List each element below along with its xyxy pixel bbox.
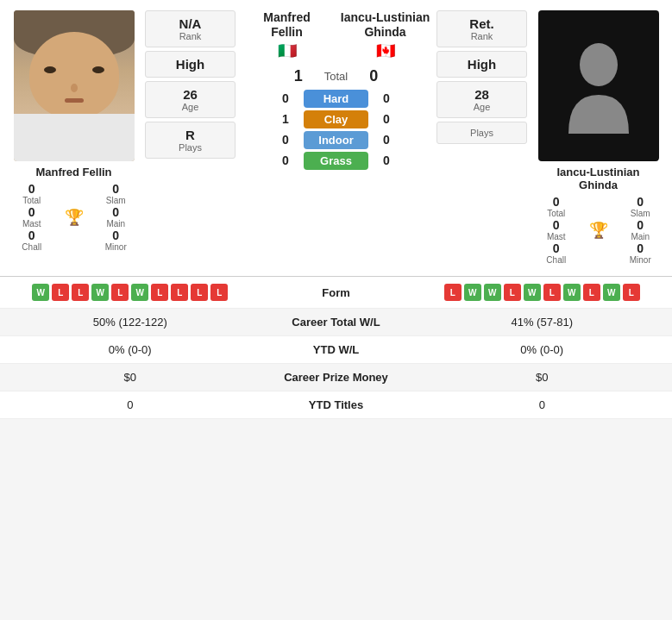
form-badge: W xyxy=(32,284,49,301)
form-badge: L xyxy=(583,284,600,301)
form-badge: W xyxy=(91,284,109,301)
player2-mast-label: Mast xyxy=(547,232,566,241)
total-score-p1: 1 xyxy=(290,67,307,85)
player2-total-label: Total xyxy=(547,209,565,218)
player2-mast-value: 0 xyxy=(553,218,560,232)
ytd-wl-row: 0% (0-0) YTD W/L 0% (0-0) xyxy=(0,336,672,364)
player1-rank-label: Rank xyxy=(149,31,231,41)
form-badge: L xyxy=(72,284,89,301)
form-badge: W xyxy=(603,284,620,301)
player2-slam-cell: 0 Slam xyxy=(616,195,666,218)
form-label: Form xyxy=(250,286,423,299)
player1-card: Manfred Fellin 0 Total 0 Slam 0 Mast 🏆 xyxy=(7,10,141,252)
player2-minor-value: 0 xyxy=(637,241,644,255)
player1-slam-cell: 0 Slam xyxy=(91,182,141,205)
player2-trophy-icon: 🏆 xyxy=(581,218,616,241)
prize-money-right: $0 xyxy=(423,371,663,384)
player1-age-value: 26 xyxy=(149,87,231,102)
player2-stats-col: Ret. Rank High 28 Age Plays xyxy=(436,10,527,144)
player2-slam-label: Slam xyxy=(631,209,650,218)
player2-chall-cell: 0 Chall xyxy=(531,241,581,265)
player1-main-cell: 0 Main xyxy=(91,205,141,229)
player1-plays-label: Plays xyxy=(149,142,231,153)
prize-money-left: $0 xyxy=(10,371,250,384)
grass-score-p1: 0 xyxy=(278,153,293,167)
player2-mast-cell: 0 Mast xyxy=(531,218,581,241)
prize-money-row: $0 Career Prize Money $0 xyxy=(0,364,672,391)
career-total-right: 41% (57-81) xyxy=(423,316,663,329)
player1-name-center: Manfred Fellin 🇮🇹 xyxy=(240,10,334,60)
player2-trophy-spacer xyxy=(581,195,616,218)
total-label: Total xyxy=(324,70,348,83)
form-badge: L xyxy=(111,284,129,301)
player2-plays-label: Plays xyxy=(441,128,523,138)
form-badge: W xyxy=(464,284,481,301)
player2-main-label: Main xyxy=(631,232,650,241)
main-container: Manfred Fellin 0 Total 0 Slam 0 Mast 🏆 xyxy=(0,0,672,419)
player1-total-cell: 0 Total xyxy=(7,182,57,205)
form-badge: W xyxy=(131,284,148,301)
player2-total-value: 0 xyxy=(553,195,560,209)
player1-rank-value: N/A xyxy=(149,16,231,31)
player1-chall-value: 0 xyxy=(28,229,35,242)
clay-button[interactable]: Clay xyxy=(304,110,368,128)
form-badge: W xyxy=(484,284,501,301)
form-badge: L xyxy=(543,284,561,301)
hard-button[interactable]: Hard xyxy=(304,90,368,108)
player1-slam-label: Slam xyxy=(106,196,126,205)
player2-slam-value: 0 xyxy=(637,195,644,209)
player2-card: Iancu-Lustinian Ghinda 0 Total 0 Slam 0 … xyxy=(531,10,665,265)
hard-score-p2: 0 xyxy=(379,91,394,105)
ytd-titles-row: 0 YTD Titles 0 xyxy=(0,391,672,419)
player2-flag: 🇨🇦 xyxy=(338,41,432,60)
player1-stats-col: N/A Rank High 26 Age R Plays xyxy=(145,10,236,159)
player1-chall-label: Chall xyxy=(22,242,41,252)
form-badge: L xyxy=(151,284,168,301)
player1-rank-box: N/A Rank xyxy=(145,10,236,47)
center-names-row: Manfred Fellin 🇮🇹 Iancu-Lustinian Ghinda… xyxy=(240,10,432,60)
surface-clay-row: 1 Clay 0 xyxy=(240,110,432,128)
player2-silhouette-icon xyxy=(564,39,633,134)
player1-form-badges: W L L W L W L L L L xyxy=(10,284,250,301)
ytd-titles-left: 0 xyxy=(10,398,250,411)
player1-high-box: High xyxy=(145,51,236,78)
player1-high-value: High xyxy=(149,57,231,72)
player1-plays-value: R xyxy=(149,128,231,142)
grass-button[interactable]: Grass xyxy=(304,152,368,170)
player2-spacer2 xyxy=(581,241,616,265)
form-badge: L xyxy=(210,284,228,301)
player1-photo xyxy=(14,10,135,161)
player1-age-box: 26 Age xyxy=(145,81,236,118)
player2-high-box: High xyxy=(436,51,527,78)
ytd-titles-label: YTD Titles xyxy=(250,398,423,411)
form-badge: L xyxy=(171,284,188,301)
player1-trophy-icon: 🏆 xyxy=(57,205,91,229)
player1-chall-cell: 0 Chall xyxy=(7,229,57,252)
player2-rank-box: Ret. Rank xyxy=(436,10,527,47)
players-layout: Manfred Fellin 0 Total 0 Slam 0 Mast 🏆 xyxy=(0,0,672,269)
form-badges-right: L W W L W L W L W L xyxy=(423,284,663,301)
player2-minor-label: Minor xyxy=(630,255,651,265)
player2-main-cell: 0 Main xyxy=(616,218,666,241)
grass-score-p2: 0 xyxy=(379,153,394,167)
player2-form-badges: L W W L W L W L W L xyxy=(423,284,663,301)
surface-grass-row: 0 Grass 0 xyxy=(240,152,432,170)
player2-stats: 0 Total 0 Slam 0 Mast 🏆 0 Main xyxy=(531,195,665,265)
indoor-score-p1: 0 xyxy=(278,133,293,147)
player2-age-label: Age xyxy=(441,102,523,112)
stats-bottom: W L L W L W L L L L Form L W W L xyxy=(0,276,672,419)
player1-total-value: 0 xyxy=(28,182,35,196)
clay-score-p2: 0 xyxy=(379,112,394,126)
player1-trophy-spacer xyxy=(57,182,91,205)
total-score-p2: 0 xyxy=(365,67,382,85)
surface-indoor-row: 0 Indoor 0 xyxy=(240,131,432,149)
center-col: Manfred Fellin 🇮🇹 Iancu-Lustinian Ghinda… xyxy=(240,10,432,172)
player2-photo xyxy=(538,10,659,161)
indoor-button[interactable]: Indoor xyxy=(304,131,368,149)
player1-stats: 0 Total 0 Slam 0 Mast 🏆 0 Main xyxy=(7,182,141,252)
hard-score-p1: 0 xyxy=(278,91,293,105)
player2-age-value: 28 xyxy=(441,87,523,102)
player1-name-line1: Manfred Fellin xyxy=(240,10,334,40)
ytd-titles-right: 0 xyxy=(423,398,663,411)
career-total-row: 50% (122-122) Career Total W/L 41% (57-8… xyxy=(0,309,672,336)
